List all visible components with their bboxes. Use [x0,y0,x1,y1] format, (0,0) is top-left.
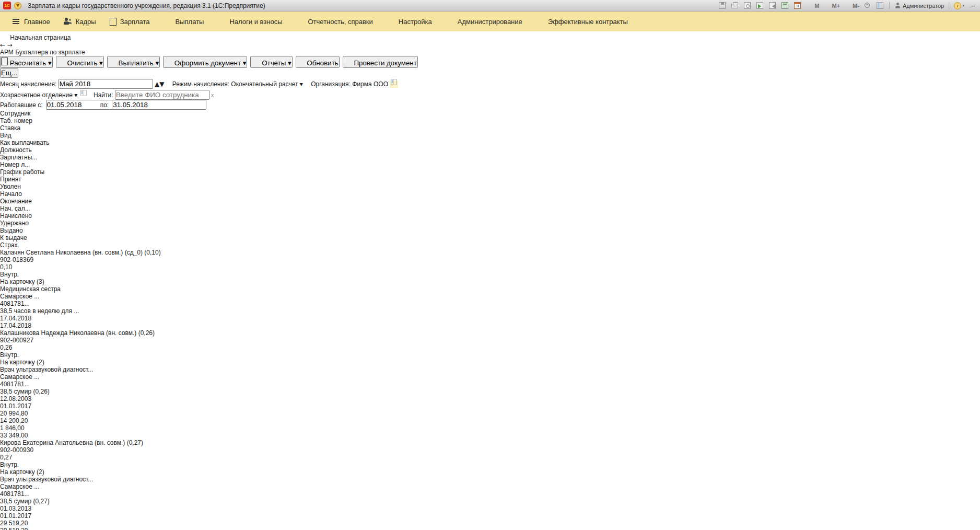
column-header[interactable]: Таб. номер [0,117,980,124]
find-input-wrap[interactable]: x [115,91,216,99]
toolbar-button-icon [344,57,352,65]
employee-table: Калачян Светлана Николаевна (вн. совм.) … [0,249,980,530]
main-area: ← → АРМ Бухгалтера по зарплате Рассчитат… [0,41,980,530]
chevron-down-icon: ▾ [300,80,303,88]
employee-row[interactable]: Калашникова Надежда Николаевна (вн. совм… [0,329,980,439]
month-input[interactable] [59,80,155,88]
home-icon [0,31,8,40]
find-label: Найти: [94,91,113,99]
menu-item-icon [446,17,454,26]
department-search-row: Хозрасчетное отделение ▾ Найти: x Работа… [0,89,980,110]
column-header[interactable]: К выдаче [0,234,980,241]
column-header[interactable]: Ставка [0,124,980,132]
forward-button[interactable]: → [7,41,12,49]
menu-item[interactable]: Эффективные контракты [529,14,635,29]
month-value[interactable] [59,79,153,89]
org-field[interactable]: Фирма ООО [352,80,390,88]
column-header[interactable]: Вид [0,132,980,139]
current-user[interactable]: Администратор [894,2,944,9]
system-menu-button[interactable]: ▼ [14,2,21,9]
menu-item[interactable]: Администрирование [439,14,529,29]
toolbar-button[interactable]: Отчеты ▾ [250,56,292,68]
titlebar-tool-icon[interactable]: M [807,2,819,9]
org-open-icon[interactable] [390,80,398,88]
titlebar-tool-icon[interactable] [794,2,802,9]
separator [949,2,949,9]
menu-item[interactable]: Кадры [57,14,103,29]
toolbar-button-icon [108,57,116,65]
more-button[interactable]: Ещ... [0,68,18,78]
window-title: Зарплата и кадры государственного учрежд… [28,2,265,9]
info-icon[interactable]: i [954,2,961,9]
menu-item-icon [110,18,116,26]
mode-select[interactable]: Окончательный расчет ▾ [231,80,305,88]
employee-row[interactable]: Калачян Светлана Николаевна (вн. совм.) … [0,249,980,329]
menu-item[interactable]: Налоги и взносы [211,14,289,29]
column-header[interactable]: Номер л... [0,161,980,168]
search-icon[interactable] [959,17,967,26]
month-stepper[interactable]: ▲▼ [155,80,164,88]
search-button[interactable] [216,91,224,99]
back-button[interactable]: ← [0,41,5,49]
apps-grid-icon[interactable] [900,17,908,26]
column-header[interactable]: Уволен [0,183,980,190]
column-header[interactable]: Начало [0,190,980,198]
pay-method-link[interactable]: На карточку (3) [0,278,980,285]
tab-bar: Начальная страница [0,31,980,41]
history-icon[interactable] [939,17,948,26]
search-input[interactable] [115,90,209,100]
department-choose-icon[interactable] [79,91,88,99]
column-header[interactable]: Зарплатны... [0,154,980,161]
menu-item[interactable]: Отчетность, справки [289,14,380,29]
toolbar-button[interactable]: Провести документ [343,56,418,68]
toolbar-button[interactable]: Обновить [296,56,340,68]
minimize-button[interactable]: – [969,2,977,9]
column-header[interactable]: Окончание [0,198,980,205]
toolbar-button-icon [251,57,260,65]
clear-icon[interactable]: x [211,93,214,98]
toolbar-button[interactable]: Оформить документ ▾ [163,56,247,68]
titlebar-tool-icon[interactable] [781,2,789,9]
employee-row[interactable]: Кирова Екатерина Анатольевна (вн. совм.)… [0,439,980,530]
org-label: Организация: [311,80,351,88]
titlebar-tool-icon[interactable]: M+ [824,2,841,9]
worked-from-input[interactable] [46,100,94,110]
column-header[interactable]: Сотрудник [0,110,980,117]
titlebar-tool-icon[interactable] [744,2,752,9]
titlebar-tool-icon[interactable] [864,2,872,9]
menu-item-icon [64,17,72,26]
toolbar-button[interactable]: Очистить ▾ [56,56,104,68]
column-header[interactable]: Принят [0,176,980,183]
tab-home[interactable]: Начальная страница [0,31,980,41]
menu-item[interactable]: Настройка [380,14,439,29]
toolbar-button-icon [1,57,8,65]
column-header[interactable]: Должность [0,146,980,154]
column-header[interactable]: Начислено [0,212,980,220]
column-header[interactable]: График работы [0,168,980,176]
titlebar-tool-icon[interactable] [731,3,739,8]
column-header[interactable]: Нач. сал... [0,205,980,212]
titlebar-tool-icon[interactable] [769,2,777,9]
menu-item[interactable]: Выплаты [157,14,211,29]
employee-table-header[interactable]: СотрудникТаб. номерСтавкаВидКак выплачив… [0,110,980,249]
pay-method-link[interactable]: На карточку (2) [0,359,980,366]
toolbar-button-icon [57,57,65,65]
column-header[interactable]: Страх. [0,241,980,249]
column-header[interactable]: Удержано [0,220,980,227]
menu-item[interactable]: Зарплата [103,15,157,29]
titlebar-tool-icon[interactable] [877,2,884,9]
toolbar-button[interactable]: Выплатить ▾ [107,56,160,68]
column-header[interactable]: Как выплачивать [0,139,980,146]
column-header[interactable]: Выдано [0,227,980,234]
menu-item-icon [387,17,395,26]
favorites-star-icon[interactable] [919,17,928,26]
titlebar-tool-icon[interactable]: M- [845,2,859,9]
menu-item[interactable]: Главное [5,14,57,29]
pay-method-link[interactable]: На карточку (2) [0,468,980,476]
titlebar-tool-icon[interactable] [719,2,727,9]
1c-logo-icon: 1С [3,2,11,9]
titlebar-tool-icon[interactable] [756,2,764,9]
toolbar-button[interactable]: Рассчитать ▾ [0,56,53,68]
worked-to-input[interactable] [112,100,160,110]
department-select[interactable]: Хозрасчетное отделение ▾ [0,91,79,99]
